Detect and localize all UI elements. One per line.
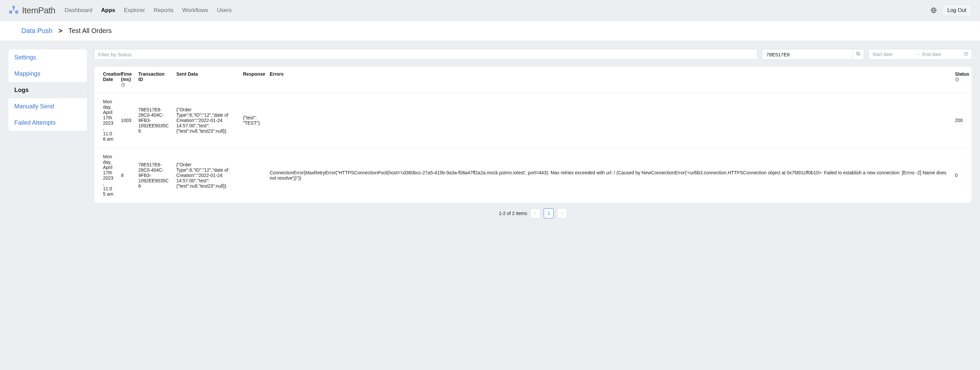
pagination: 1-2 of 2 items 1 [94,203,972,220]
sidebar-item-manually-send[interactable]: Manually Send [8,98,87,115]
cell-time-ms: 8 [118,148,135,203]
sidebar-item-failed-attempts[interactable]: Failed Attempts [8,115,87,131]
cell-sent-data: {"Order Type":6,"ID":"12","date of Creat… [173,93,240,148]
sidebar-item-logs[interactable]: Logs [8,82,87,98]
logs-table-wrap: Creation Date Time (ms) Tra [94,66,972,203]
nav-links: Dashboard Apps Explorer Reports Workflow… [65,7,232,14]
filter-status-wrap [94,49,757,60]
date-start-placeholder: Start date [872,52,892,57]
filter-status-input[interactable] [94,49,757,60]
th-status-label: Status [955,71,963,77]
date-range-input[interactable]: Start date → End date [869,49,972,60]
topbar: ItemPath Dashboard Apps Explorer Reports… [0,0,980,21]
cell-creation-date: Monday, April 17th 2023, 11:05 am [94,148,118,203]
chevron-left-icon [534,211,537,216]
nav-reports[interactable]: Reports [154,7,173,14]
cell-errors: ConnectionError(MaxRetryError("HTTPSConn… [266,148,952,203]
calendar-icon [964,52,968,57]
date-range-wrap: Start date → End date [869,49,972,60]
svg-rect-7 [964,52,968,56]
svg-point-11 [122,83,125,87]
sidebar-item-mappings[interactable]: Mappings [8,66,87,82]
svg-point-5 [856,52,859,55]
th-sent-data[interactable]: Sent Data [173,67,240,93]
content: Start date → End date [94,49,972,220]
th-errors[interactable]: Errors [266,67,952,93]
topbar-left: ItemPath Dashboard Apps Explorer Reports… [8,5,232,16]
search-wrap [762,49,864,60]
logout-button[interactable]: Log Out [942,4,972,16]
th-response[interactable]: Response [240,67,266,93]
search-button[interactable] [852,49,864,60]
cell-sent-data: {"Order Type":6,"ID":"12","date of Creat… [173,148,240,203]
help-icon[interactable] [121,83,125,87]
cell-time-ms: 1003 [118,93,135,148]
nav-apps[interactable]: Apps [101,7,115,14]
logo-icon [8,5,19,16]
filter-row: Start date → End date [94,49,972,60]
th-creation-date[interactable]: Creation Date [94,67,118,93]
nav-dashboard[interactable]: Dashboard [65,7,92,14]
breadcrumb-parent[interactable]: Data Push [21,27,52,35]
nav-workflows[interactable]: Workflows [182,7,208,14]
nav-explorer[interactable]: Explorer [124,7,145,14]
chevron-right-icon [560,211,564,216]
breadcrumb-separator: > [58,27,62,35]
svg-point-13 [956,78,959,81]
cell-transaction-id: 78E517E8-28C0-404C-9FB3-1092EE9035C6 [135,93,173,148]
cell-status: 200 [952,93,972,148]
svg-point-2 [15,10,18,14]
table-row[interactable]: Monday, April 17th 2023, 11:05 am 8 78E5… [94,148,972,203]
cell-status: 0 [952,148,972,203]
main: Settings Mappings Logs Manually Send Fai… [0,41,980,228]
nav-users[interactable]: Users [217,7,232,14]
pagination-prev-button[interactable] [530,208,540,218]
breadcrumb-current: Test All Orders [68,27,112,35]
date-end-placeholder: End date [922,52,941,57]
th-time-ms[interactable]: Time (ms) [118,67,135,93]
search-input[interactable] [762,49,852,60]
cell-response [240,148,266,203]
cell-transaction-id: 78E517E8-28C0-404C-9FB3-1092EE9035C6 [135,148,173,203]
table-header-row: Creation Date Time (ms) Tra [94,67,972,93]
sidebar-item-settings[interactable]: Settings [8,49,87,66]
logo[interactable]: ItemPath [8,5,55,16]
cell-errors [266,93,952,148]
th-time-ms-label: Time (ms) [121,71,132,82]
svg-point-0 [12,6,15,8]
cell-creation-date: Monday, April 17th 2023, 11:06 am [94,93,118,148]
date-arrow-icon: → [915,52,920,57]
svg-point-1 [9,10,12,14]
svg-point-12 [123,86,123,86]
brand-text: ItemPath [22,5,55,16]
breadcrumb: Data Push > Test All Orders [0,21,980,41]
topbar-right: Log Out [930,4,972,16]
th-status[interactable]: Status [952,67,972,93]
th-transaction-id[interactable]: Transaction ID [135,67,173,93]
globe-icon[interactable] [930,7,937,14]
svg-line-6 [859,55,860,56]
pagination-summary: 1-2 of 2 items [499,211,527,216]
cell-response: {"test": "TEST"} [240,93,266,148]
pagination-page-1[interactable]: 1 [544,208,554,218]
help-icon[interactable] [955,77,959,82]
search-icon [856,51,861,57]
table-row[interactable]: Monday, April 17th 2023, 11:06 am 1003 7… [94,93,972,148]
pagination-next-button[interactable] [557,208,567,218]
logs-table: Creation Date Time (ms) Tra [94,67,972,203]
sidebar: Settings Mappings Logs Manually Send Fai… [8,49,88,131]
svg-rect-3 [13,8,14,10]
